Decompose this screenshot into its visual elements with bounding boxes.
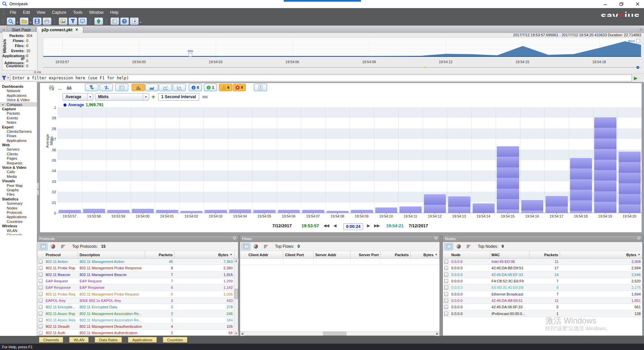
row-checkbox[interactable] [444, 260, 448, 264]
interval-handle[interactable] [202, 96, 208, 98]
tab-p2p-connect[interactable]: p2p connect.pkt✕ [37, 26, 83, 33]
menu-window[interactable]: Window [86, 9, 107, 16]
sidebar-item-protocols[interactable]: Protocols [0, 210, 37, 215]
start-capture-dropdown-icon[interactable]: ▾ [17, 21, 18, 24]
sidebar-item-applications[interactable]: Applications [0, 215, 37, 219]
sidebar-item-flows[interactable]: Flows [0, 133, 37, 138]
sidebar-item-notes[interactable]: Notes [0, 120, 37, 124]
column-header-node[interactable]: Node [450, 251, 490, 258]
sidebar-item-calls[interactable]: Calls [0, 169, 37, 174]
table-row[interactable]: 802.11 Deauth802.11 Management Deauthent… [37, 323, 238, 330]
table-row[interactable]: 0.0.0.0IPv6mcast:00:00:0...1128 [443, 310, 642, 317]
bottom-tab-data-rates[interactable]: Data Rates [95, 337, 122, 343]
row-checkbox[interactable] [39, 292, 43, 296]
row-checkbox[interactable] [444, 266, 448, 270]
search-binoculars-icon[interactable] [66, 85, 72, 91]
table-row[interactable]: 802.11 Action802.11 Management Action457… [37, 259, 238, 265]
toolbar-overflow-icon[interactable]: ▾ [140, 21, 141, 24]
scroll-up-icon[interactable]: ▲ [234, 259, 238, 263]
table-row[interactable]: 802.11 Assoc Rsp802.11 Management Associ… [37, 310, 238, 317]
table-row[interactable]: 0.0.0.042:45:DA:B8:59:51111,651 [443, 298, 642, 304]
sidebar-item-countries[interactable]: Countries [0, 219, 37, 224]
sidebar-item-applications[interactable]: Applications [0, 138, 37, 143]
row-checkbox[interactable] [39, 318, 43, 322]
row-checkbox[interactable] [444, 305, 448, 309]
save-button[interactable] [33, 17, 42, 25]
chart-legend[interactable]: Average 1,969.791 [63, 103, 103, 107]
row-checkbox[interactable] [39, 285, 43, 289]
row-checkbox[interactable] [444, 292, 448, 296]
table-row[interactable]: 802.11 Probe Req802.11 Management Probe … [37, 291, 238, 297]
column-header-server-addr[interactable]: Server Addr [314, 251, 351, 258]
row-checkbox[interactable] [39, 331, 43, 335]
scrollbar-thumb[interactable] [234, 289, 238, 299]
sidebar-item-clients-servers[interactable]: Clients/Servers [0, 129, 37, 133]
step-backward-button[interactable]: ◀ [333, 223, 336, 228]
menu-view[interactable]: View [33, 9, 49, 16]
horizontal-scrollbar[interactable]: ◀▶ [240, 331, 440, 336]
table-row[interactable]: EAP ResponseEAP Response61,142 [37, 284, 238, 291]
bottom-tab-applications[interactable]: Applications [128, 337, 156, 343]
open-file-dropdown-icon[interactable]: ▾ [30, 21, 31, 24]
column-header-server-port[interactable]: Server Port [351, 251, 381, 258]
info-events-button[interactable]: i8 [189, 84, 202, 91]
error-events-button[interactable]: 0 [233, 84, 246, 91]
open-file-button[interactable] [20, 17, 29, 25]
swap-direction-button[interactable] [100, 84, 113, 91]
help-button[interactable]: ? [120, 17, 129, 25]
pin-icon[interactable] [233, 237, 236, 241]
sidebar-item-nodes[interactable]: Nodes [0, 206, 37, 210]
scatter-chart-type-button[interactable] [173, 84, 186, 91]
getting-started-button[interactable] [130, 17, 139, 25]
sidebar-item-network[interactable]: Network [0, 88, 37, 93]
notice-events-button[interactable]: !1 [204, 84, 217, 91]
sidebar-item-files[interactable]: Files [0, 192, 37, 196]
row-checkbox[interactable] [39, 266, 43, 270]
event-log-button[interactable]: ! [254, 84, 267, 91]
chevron-down-icon[interactable]: ▼ [143, 93, 149, 100]
warning-events-button[interactable]: !6 [219, 84, 232, 91]
table-row[interactable]: EAP RequestEAP Request71,299 [37, 278, 238, 284]
row-checkbox[interactable] [444, 285, 448, 289]
bottom-tab-channels[interactable]: Channels [39, 337, 63, 343]
step-forward-fast-button[interactable]: ▶▶ [374, 223, 379, 228]
bar-view-button[interactable] [59, 243, 67, 250]
pie-view-button[interactable] [49, 243, 57, 250]
sidebar-item-clients[interactable]: Clients [0, 152, 37, 156]
live-update-icon[interactable]: ↔ [57, 85, 62, 91]
filter-settings-button[interactable] [68, 17, 77, 25]
table-row[interactable]: 0.0.0.042:45:DA:06:6F:335561 [443, 304, 642, 310]
column-header-packets[interactable]: Packets [530, 251, 560, 258]
table-row[interactable]: 0.0.0.0Intel:45:ED:0E113,308 [443, 259, 642, 265]
column-header-mac[interactable]: MAC [490, 251, 530, 258]
filter-menu-button[interactable]: ▾ [0, 75, 10, 81]
timeline-range-slider[interactable] [43, 66, 641, 69]
pin-icon[interactable] [434, 237, 438, 241]
list-view-button[interactable] [444, 243, 453, 250]
sidebar-collapse-handle[interactable]: ◂ [37, 183, 39, 195]
column-header-packets[interactable]: Packets [381, 251, 411, 258]
row-checkbox[interactable] [39, 324, 43, 328]
list-view-button[interactable] [241, 243, 250, 250]
scroll-right-icon[interactable]: ▶ [435, 332, 440, 336]
bar-chart-type-button[interactable] [132, 84, 145, 91]
start-capture-button[interactable] [7, 17, 15, 25]
menu-capture[interactable]: Capture [49, 9, 70, 16]
column-header-description[interactable]: Description [78, 251, 145, 258]
menu-tools[interactable]: Tools [70, 9, 86, 16]
list-view-button[interactable] [39, 243, 47, 250]
bottom-tab-countries[interactable]: Countries [163, 337, 187, 343]
pin-icon[interactable] [637, 237, 640, 241]
line-chart-type-button[interactable] [159, 84, 172, 91]
tab-scroll-right-icon[interactable]: ▷ [640, 28, 643, 31]
options-button[interactable] [110, 17, 119, 25]
row-checkbox[interactable] [444, 312, 448, 316]
table-row[interactable]: EAPOL-KeyIEEE 802.1x EAPOL-Key3433 [37, 298, 238, 304]
upgrade-button[interactable] [94, 17, 103, 25]
sidebar-item-peer-map[interactable]: Peer Map [0, 183, 37, 188]
area-chart-type-button[interactable] [145, 84, 158, 91]
aggregation-select[interactable]: Average▼ [62, 93, 93, 101]
dashboard-button[interactable] [59, 17, 67, 25]
scroll-left-icon[interactable]: ◀ [240, 332, 244, 336]
sidebar-item-graphs[interactable]: Graphs [0, 188, 37, 192]
